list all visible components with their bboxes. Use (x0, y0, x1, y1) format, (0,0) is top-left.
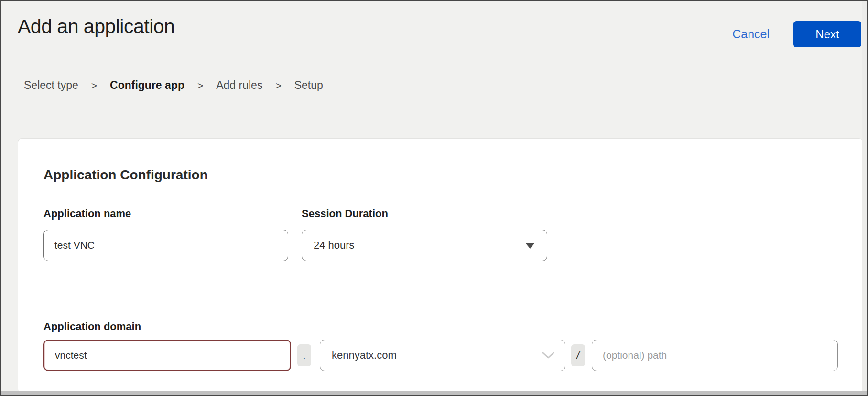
step-configure-app[interactable]: Configure app (110, 79, 184, 92)
dot-separator: . (297, 344, 311, 366)
session-duration-value: 24 hours (314, 239, 355, 252)
breadcrumb-separator: > (197, 80, 203, 91)
caret-down-icon (526, 243, 534, 249)
configuration-card: Application Configuration Application na… (18, 138, 863, 393)
add-application-page: Add an application Cancel Next Select ty… (0, 0, 868, 396)
next-button[interactable]: Next (793, 21, 861, 47)
vertical-scrollbar[interactable] (862, 1, 867, 395)
session-duration-select[interactable]: 24 hours (302, 230, 547, 261)
breadcrumb-separator: > (91, 80, 97, 91)
application-name-label: Application name (43, 208, 131, 220)
chevron-down-icon (542, 352, 554, 359)
window-bottom-edge (1, 391, 867, 395)
breadcrumb: Select type > Configure app > Add rules … (24, 79, 323, 92)
header-actions: Cancel Next (732, 21, 861, 47)
path-input[interactable] (592, 340, 838, 371)
section-title: Application Configuration (43, 167, 208, 183)
domain-select-value: kennyatx.com (332, 349, 397, 362)
slash-separator: / (571, 344, 585, 366)
page-title: Add an application (18, 15, 174, 38)
step-add-rules[interactable]: Add rules (216, 79, 262, 92)
application-name-input[interactable] (43, 230, 288, 261)
breadcrumb-separator: > (275, 80, 281, 91)
step-select-type[interactable]: Select type (24, 79, 78, 92)
session-duration-label: Session Duration (302, 208, 388, 220)
step-setup[interactable]: Setup (294, 79, 323, 92)
domain-select[interactable]: kennyatx.com (320, 340, 565, 371)
application-domain-label: Application domain (43, 320, 141, 333)
cancel-button[interactable]: Cancel (732, 27, 770, 41)
subdomain-input[interactable] (43, 340, 291, 371)
